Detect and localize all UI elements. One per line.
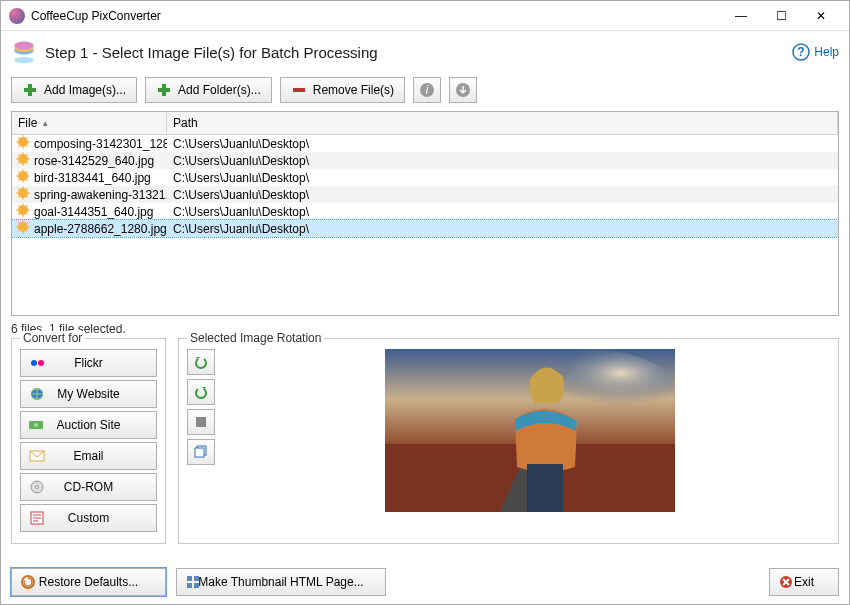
remove-label: Remove File(s) — [313, 83, 394, 97]
svg-line-48 — [26, 188, 28, 190]
app-icon — [9, 8, 25, 24]
money-icon — [29, 417, 45, 433]
window-title: CoffeeCup PixConverter — [31, 9, 721, 23]
table-row[interactable]: apple-2788662_1280.jpgC:\Users\Juanlu\De… — [12, 220, 838, 237]
svg-rect-86 — [527, 464, 563, 512]
restore-defaults-button[interactable]: Restore Defaults... — [11, 568, 166, 596]
email-button[interactable]: Email — [20, 442, 157, 470]
path-cell: C:\Users\Juanlu\Desktop\ — [167, 205, 838, 219]
auction-site-button[interactable]: Auction Site — [20, 411, 157, 439]
custom-button[interactable]: Custom — [20, 504, 157, 532]
add-folder-button[interactable]: Add Folder(s)... — [145, 77, 272, 103]
status-text: 6 files, 1 file selected. — [1, 318, 849, 338]
svg-rect-79 — [195, 448, 204, 457]
file-list[interactable]: File ▲ Path composing-3142301_128...C:\U… — [11, 111, 839, 316]
list-header: File ▲ Path — [12, 112, 838, 135]
svg-line-31 — [18, 162, 20, 164]
convert-for-legend: Convert for — [20, 331, 85, 345]
svg-rect-89 — [194, 576, 199, 581]
image-file-icon — [16, 135, 30, 152]
close-icon — [778, 574, 794, 590]
rotate-left-button[interactable] — [187, 349, 215, 375]
layers-icon — [193, 444, 209, 460]
svg-line-30 — [26, 154, 28, 156]
column-path[interactable]: Path — [167, 112, 838, 134]
file-name: apple-2788662_1280.jpg — [34, 222, 167, 236]
image-file-icon — [16, 186, 30, 203]
file-cell: spring-awakening-31321... — [12, 186, 167, 203]
rotate-right-icon — [193, 384, 209, 400]
path-cell: C:\Users\Juanlu\Desktop\ — [167, 154, 838, 168]
grid-icon — [185, 574, 201, 590]
flickr-button[interactable]: Flickr — [20, 349, 157, 377]
globe-icon — [29, 386, 45, 402]
svg-point-3 — [14, 41, 34, 49]
add-image-button[interactable]: Add Image(s)... — [11, 77, 137, 103]
svg-line-55 — [18, 205, 20, 207]
svg-line-39 — [26, 171, 28, 173]
my-website-button[interactable]: My Website — [20, 380, 157, 408]
file-cell: apple-2788662_1280.jpg — [12, 220, 167, 237]
table-row[interactable]: rose-3142529_640.jpgC:\Users\Juanlu\Desk… — [12, 152, 838, 169]
svg-rect-77 — [196, 417, 206, 427]
make-thumbnail-button[interactable]: Make Thumbnail HTML Page... — [176, 568, 386, 596]
image-file-icon — [16, 220, 30, 237]
path-cell: C:\Users\Juanlu\Desktop\ — [167, 188, 838, 202]
svg-line-57 — [26, 205, 28, 207]
path-cell: C:\Users\Juanlu\Desktop\ — [167, 137, 838, 151]
image-file-icon — [16, 203, 30, 220]
svg-line-20 — [26, 145, 28, 147]
svg-line-37 — [18, 171, 20, 173]
svg-line-66 — [26, 222, 28, 224]
down-button[interactable] — [449, 77, 477, 103]
flickr-icon — [29, 355, 45, 371]
remove-file-button[interactable]: Remove File(s) — [280, 77, 405, 103]
file-cell: rose-3142529_640.jpg — [12, 152, 167, 169]
table-row[interactable]: spring-awakening-31321...C:\Users\Juanlu… — [12, 186, 838, 203]
svg-rect-7 — [24, 88, 36, 92]
svg-line-58 — [18, 213, 20, 215]
column-file[interactable]: File ▲ — [12, 112, 167, 134]
svg-point-72 — [34, 423, 38, 427]
help-link[interactable]: ? Help — [792, 43, 839, 61]
svg-line-22 — [18, 145, 20, 147]
svg-line-38 — [26, 179, 28, 181]
svg-line-64 — [18, 222, 20, 224]
svg-text:i: i — [426, 83, 429, 97]
rotate-left-icon — [193, 354, 209, 370]
path-cell: C:\Users\Juanlu\Desktop\ — [167, 171, 838, 185]
table-row[interactable]: goal-3144351_640.jpgC:\Users\Juanlu\Desk… — [12, 203, 838, 220]
minimize-button[interactable]: — — [721, 2, 761, 30]
step-title: Step 1 - Select Image File(s) for Batch … — [45, 44, 792, 61]
svg-line-49 — [18, 196, 20, 198]
exit-button[interactable]: Exit — [769, 568, 839, 596]
envelope-icon — [29, 448, 45, 464]
stop-button[interactable] — [187, 409, 215, 435]
custom-icon — [29, 510, 45, 526]
table-row[interactable]: bird-3183441_640.jpgC:\Users\Juanlu\Desk… — [12, 169, 838, 186]
fit-button[interactable] — [187, 439, 215, 465]
table-row[interactable]: composing-3142301_128...C:\Users\Juanlu\… — [12, 135, 838, 152]
rotation-group: Selected Image Rotation — [178, 338, 839, 544]
stop-icon — [194, 415, 208, 429]
rotate-right-button[interactable] — [187, 379, 215, 405]
svg-line-67 — [18, 230, 20, 232]
svg-text:?: ? — [798, 45, 805, 59]
svg-point-68 — [31, 360, 37, 366]
info-button[interactable]: i — [413, 77, 441, 103]
file-name: goal-3144351_640.jpg — [34, 205, 153, 219]
svg-rect-90 — [187, 583, 192, 588]
restore-icon — [20, 574, 36, 590]
thumbnail-label: Make Thumbnail HTML Page... — [198, 575, 363, 589]
svg-line-21 — [26, 137, 28, 139]
sort-asc-icon: ▲ — [41, 119, 49, 128]
svg-rect-9 — [158, 88, 170, 92]
svg-point-75 — [36, 486, 39, 489]
maximize-button[interactable]: ☐ — [761, 2, 801, 30]
cdrom-button[interactable]: CD-ROM — [20, 473, 157, 501]
plus-icon — [156, 82, 172, 98]
arrow-down-icon — [455, 82, 471, 98]
close-button[interactable]: ✕ — [801, 2, 841, 30]
svg-line-56 — [26, 213, 28, 215]
help-label: Help — [814, 45, 839, 59]
